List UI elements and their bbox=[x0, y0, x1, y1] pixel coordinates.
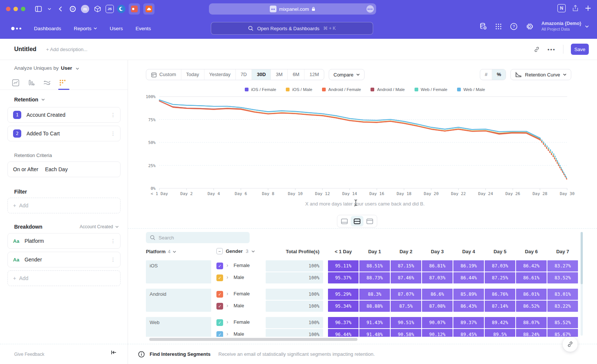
nav-item-dashboards[interactable]: Dashboards bbox=[34, 26, 61, 31]
retention-cell[interactable]: 88.24% bbox=[516, 329, 547, 337]
retention-criteria-card[interactable]: On or After Each Day bbox=[7, 161, 121, 177]
criteria-interval[interactable]: Each Day bbox=[45, 166, 68, 172]
tab-flows[interactable] bbox=[42, 77, 52, 88]
column-header-day-1[interactable]: Day 1 bbox=[359, 249, 390, 254]
table-row-android-female[interactable]: ✓›Female100%95.29%88.3%87.07%86.6%85.89%… bbox=[128, 289, 597, 300]
sidebar-toggle-icon[interactable] bbox=[34, 4, 43, 14]
range-custom[interactable]: Custom bbox=[146, 69, 181, 80]
range-6m[interactable]: 6M bbox=[288, 69, 304, 80]
retention-cell[interactable]: 90.51% bbox=[391, 317, 421, 328]
layout-split-button[interactable] bbox=[351, 216, 363, 226]
kebab-menu-icon[interactable]: ⋮ bbox=[110, 112, 116, 118]
retention-cell[interactable]: 96.44% bbox=[328, 329, 359, 337]
tab-funnels[interactable] bbox=[26, 77, 37, 88]
table-row-web-male[interactable]: ✓›Male100%96.44%91.48%90.58%90.12%89.45%… bbox=[128, 329, 597, 337]
breakdown-property-label[interactable]: Gender bbox=[25, 257, 42, 263]
nav-item-reports[interactable]: Reports bbox=[74, 26, 97, 31]
retention-cell[interactable]: 91.48% bbox=[359, 329, 390, 337]
retention-cell[interactable]: 95.11% bbox=[328, 260, 359, 272]
layout-chart-only-button[interactable] bbox=[338, 216, 351, 226]
retention-cell[interactable]: 83.01% bbox=[547, 289, 578, 300]
column-header-day-6[interactable]: Day 6 bbox=[516, 249, 547, 254]
retention-chart[interactable]: 0%25%50%75%100%< 1 DayDay 2Day 4Day 6Day… bbox=[143, 94, 587, 199]
series-checkbox[interactable]: ✓ bbox=[216, 303, 223, 310]
more-options-icon[interactable]: ••• bbox=[547, 46, 556, 53]
retention-cell[interactable]: 83.27% bbox=[547, 260, 578, 272]
vertical-scrollbar[interactable] bbox=[581, 232, 583, 336]
tab-favicon-js[interactable]: JS bbox=[106, 5, 114, 13]
tab-favicon-target[interactable] bbox=[68, 4, 78, 14]
retention-cell[interactable]: 86.44% bbox=[453, 272, 484, 283]
legend-android-male[interactable]: Android / Male bbox=[371, 87, 404, 92]
tab-retention[interactable] bbox=[57, 77, 68, 88]
step-event-label[interactable]: Account Created bbox=[26, 112, 65, 118]
table-row-web-female[interactable]: ✓›Female100%96.37%91.43%90.51%90.07%89.3… bbox=[128, 317, 597, 328]
save-button[interactable]: Save bbox=[571, 44, 589, 55]
help-icon[interactable]: ? bbox=[510, 23, 518, 30]
breakdown-scope-dropdown[interactable]: Account Created bbox=[80, 224, 119, 229]
retention-cell[interactable]: 86.76% bbox=[485, 289, 515, 300]
retention-cell[interactable]: 87.03% bbox=[485, 260, 515, 272]
retention-cell[interactable]: 87.07% bbox=[391, 289, 421, 300]
retention-cell[interactable]: 89.5% bbox=[485, 329, 515, 337]
range-7d[interactable]: 7D bbox=[236, 69, 252, 80]
retention-cell[interactable]: 88.51% bbox=[359, 260, 390, 272]
breakdown-card-gender[interactable]: Aa Gender ⋮ bbox=[7, 252, 121, 267]
series-checkbox[interactable]: ✓ bbox=[216, 274, 223, 281]
url-more-icon[interactable]: ••• bbox=[366, 5, 374, 13]
window-controls[interactable] bbox=[6, 7, 25, 11]
tab-favicon-cube[interactable] bbox=[93, 4, 102, 14]
retention-cell[interactable]: 86.01% bbox=[516, 289, 547, 300]
expand-chevron-icon[interactable]: › bbox=[226, 302, 228, 308]
retention-cell[interactable]: 88.07% bbox=[516, 317, 547, 328]
kebab-menu-icon[interactable]: ⋮ bbox=[110, 238, 116, 244]
data-management-icon[interactable] bbox=[479, 22, 487, 30]
legend-web-female[interactable]: Web / Female bbox=[415, 87, 447, 92]
legend-android-female[interactable]: Android / Female bbox=[322, 87, 361, 92]
retention-cell[interactable]: 87.5% bbox=[391, 301, 421, 312]
tab-favicon-globe[interactable] bbox=[117, 5, 125, 13]
retention-cell[interactable]: 91.43% bbox=[359, 317, 390, 328]
table-row-android-male[interactable]: ✓›Male100%95.34%88.88%87.5%87.08%86.43%8… bbox=[128, 301, 597, 312]
notion-extension-icon[interactable]: N bbox=[557, 4, 566, 12]
compare-button[interactable]: Compare bbox=[329, 69, 365, 80]
column-header-1-day[interactable]: < 1 Day bbox=[328, 249, 359, 254]
copy-link-icon[interactable] bbox=[534, 46, 540, 53]
tab-favicon-red-app[interactable] bbox=[129, 3, 140, 15]
retention-cell[interactable]: 90.58% bbox=[391, 329, 421, 337]
step-card-a[interactable]: 1 Account Created ⋮ bbox=[7, 107, 121, 123]
range-3m[interactable]: 3M bbox=[271, 69, 288, 80]
expand-chevron-icon[interactable]: › bbox=[226, 274, 228, 280]
platform-column-dropdown[interactable]: Platform4 bbox=[146, 249, 176, 254]
retention-cell[interactable]: 87.46% bbox=[391, 272, 421, 283]
retention-cell[interactable]: 85.52% bbox=[547, 317, 578, 328]
retention-cell[interactable]: 89.37% bbox=[453, 317, 484, 328]
legend-web-male[interactable]: Web / Male bbox=[457, 87, 485, 92]
series-checkbox[interactable]: ✓ bbox=[216, 263, 223, 269]
close-window-button[interactable] bbox=[6, 7, 10, 11]
column-header-day-3[interactable]: Day 3 bbox=[422, 249, 453, 254]
report-description-placeholder[interactable]: + Add description... bbox=[46, 47, 88, 52]
kebab-menu-icon[interactable]: ⋮ bbox=[110, 257, 116, 263]
layout-table-only-button[interactable] bbox=[363, 216, 376, 226]
new-tab-icon[interactable] bbox=[585, 5, 591, 11]
retention-cell[interactable]: 89.45% bbox=[453, 329, 484, 337]
settings-gear-icon[interactable] bbox=[526, 23, 533, 30]
column-header-day-4[interactable]: Day 4 bbox=[453, 249, 484, 254]
retention-cell[interactable]: 87.08% bbox=[422, 301, 453, 312]
breakdown-card-platform[interactable]: Aa Platform ⋮ bbox=[7, 233, 121, 249]
url-bar[interactable]: ●● mixpanel.com ••• bbox=[209, 3, 376, 15]
apps-grid-icon[interactable] bbox=[495, 23, 502, 30]
percent-values-toggle[interactable]: % bbox=[492, 69, 506, 80]
total-profiles-header[interactable]: Total Profile(s) bbox=[266, 249, 323, 254]
add-filter-button[interactable]: +Add bbox=[7, 198, 121, 213]
retention-cell[interactable]: 87.15% bbox=[391, 260, 421, 272]
maximize-window-button[interactable] bbox=[21, 7, 25, 11]
range-30d[interactable]: 30D bbox=[252, 69, 271, 80]
range-today[interactable]: Today bbox=[181, 69, 204, 80]
tab-favicon-cloud-app[interactable] bbox=[143, 3, 154, 15]
horizontal-scrollbar[interactable] bbox=[149, 338, 357, 341]
retention-cell[interactable]: 87.14% bbox=[485, 301, 515, 312]
retention-cell[interactable]: 86.61% bbox=[516, 272, 547, 283]
retention-cell[interactable]: 83.22% bbox=[547, 301, 578, 312]
